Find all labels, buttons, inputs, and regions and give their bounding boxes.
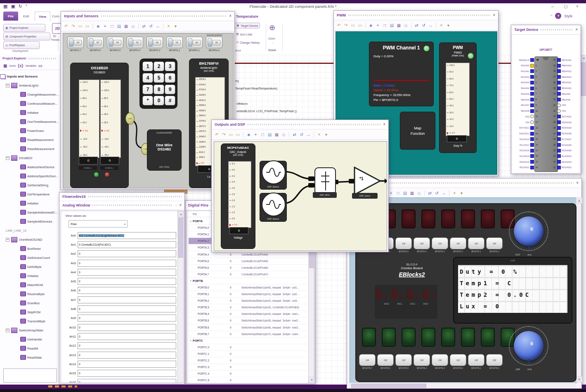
panel-toolbar-icon[interactable]: ◇: [403, 23, 409, 28]
tree-item[interactable]: TransmitByte: [0, 317, 60, 326]
panel-toolbar-icon[interactable]: ◇: [416, 190, 422, 196]
keypad-key[interactable]: 0: [154, 96, 164, 106]
analog-value-input[interactable]: 826 ComboBL0114(LightSensor ADC): [78, 232, 176, 239]
off-button[interactable]: Off: [377, 354, 394, 366]
switch-off-button[interactable]: Off: [133, 40, 141, 45]
digital-pin-row[interactable]: ▾ PORTB: [189, 278, 307, 284]
tree-item[interactable]: ChangeMeasuremen...: [0, 90, 60, 99]
off-button[interactable]: Off: [359, 354, 376, 366]
panel-toolbar-icon[interactable]: ↔: [306, 132, 311, 137]
digital-pin-row[interactable]: PORTB.0 0 SwitchArraySlider1(pin0), keyp…: [189, 284, 307, 291]
tree-item[interactable]: AmbientLight1: [0, 81, 60, 90]
board-horizontal-scrollbar[interactable]: [350, 383, 576, 388]
panel-toolbar-icon[interactable]: ↶: [336, 23, 342, 28]
dsp-gain-block[interactable]: [354, 167, 382, 195]
port-switch[interactable]: Off $PORTA.2: [450, 237, 466, 253]
panel-toolbar-icon[interactable]: ↔: [428, 23, 433, 28]
find-replace-button[interactable]: ◎ Find/Replace: [3, 41, 40, 49]
digital-pin-row[interactable]: PORTB.6 0 SwitchArraySlider1(pin6), keyp…: [189, 324, 307, 331]
keypad-key[interactable]: 3: [165, 61, 175, 71]
analog-value-input[interactable]: 0: [78, 250, 176, 257]
group-expand-icon[interactable]: ▾: [189, 339, 193, 342]
off-button[interactable]: Off: [468, 237, 484, 249]
tree-item[interactable]: MatchROM: [0, 280, 60, 289]
keypad-key[interactable]: #: [165, 96, 175, 106]
panel-toolbar-icon[interactable]: ↺: [434, 190, 440, 196]
tree-item[interactable]: SwitchArraySlider: [0, 326, 60, 335]
switch-off-button[interactable]: Off: [173, 40, 181, 45]
panel-toolbar-icon[interactable]: +: [388, 190, 394, 196]
port-switch[interactable]: Off $PORTA.5: [396, 237, 411, 253]
panel-toolbar-icon[interactable]: ▭: [350, 23, 356, 28]
analog-value-input[interactable]: 0: [78, 352, 176, 359]
scroll-down-icon[interactable]: ▼: [576, 376, 582, 383]
tree-item[interactable]: ReadState: [0, 353, 60, 362]
tree-item[interactable]: Initialise: [0, 108, 60, 117]
analog-value-input[interactable]: 0: [78, 315, 176, 322]
keypad-key[interactable]: 5: [154, 73, 164, 83]
input-switch[interactable]: Off $PORTA.3: [146, 37, 163, 52]
scrollbar-thumb[interactable]: [178, 218, 184, 258]
digital-pin-row[interactable]: PORTA.7 0 ComboBL0114(PinA7): [189, 271, 307, 278]
port-switch[interactable]: Off $PORTB.4: [414, 354, 430, 369]
switch-off-button[interactable]: Off: [94, 40, 102, 45]
tree-item[interactable]: ContinuousMeasure...: [0, 99, 60, 108]
panel-toolbar-icon[interactable]: ▤: [116, 23, 122, 29]
keypad-key[interactable]: 7: [142, 85, 153, 94]
analog-value-input[interactable]: 0: [78, 370, 176, 377]
digital-pin-row[interactable]: PORTC.0 0: [189, 344, 307, 351]
panel-toolbar-icon[interactable]: ▾: [173, 23, 178, 29]
input-switch[interactable]: Off $PORTA.5: [107, 37, 123, 52]
off-button[interactable]: Off: [450, 237, 466, 249]
expander-icon[interactable]: [6, 329, 9, 332]
port-switch[interactable]: Off $PORTA.0: [487, 237, 502, 253]
off-button[interactable]: Off: [486, 237, 503, 249]
close-icon[interactable]: ×: [383, 122, 385, 127]
panel-toolbar-icon[interactable]: ↷: [221, 132, 227, 137]
save-icon[interactable]: ▣: [11, 4, 15, 9]
panel-toolbar-icon[interactable]: ■: [246, 132, 251, 137]
tree-item[interactable]: GetDeviceCount: [0, 253, 60, 262]
panel-toolbar-icon[interactable]: ▦: [123, 23, 129, 29]
switch-off-button[interactable]: Off: [74, 40, 82, 45]
pwm2-duty-slider[interactable]: 100.0 90.0 80.0 70.0 60.0: [446, 63, 470, 136]
digital-pin-row[interactable]: PORTB.2 0 SwitchArraySlider1(pin2), keyp…: [189, 298, 307, 304]
zoom-minus[interactable]: -: [272, 41, 273, 44]
panel-toolbar-icon[interactable]: ▤: [267, 132, 272, 137]
tree-item[interactable]: OneTimeMeasureme...: [0, 117, 60, 126]
analog-value-input[interactable]: 0 ComboBL0114(Pot ADC): [78, 241, 176, 248]
panel-toolbar-icon[interactable]: □: [260, 132, 265, 137]
input-switch[interactable]: Off $PORTA.6: [87, 37, 104, 52]
analog-value-input[interactable]: 0: [78, 287, 176, 294]
analog-scrollbar[interactable]: ▲: [177, 211, 183, 383]
ds18b20-slider-b[interactable]: 125.0 105.0 85.0 65.0 45.0 25.0 5.0 -15: [100, 80, 121, 158]
undo-icon[interactable]: ↻: [19, 4, 22, 9]
off-button[interactable]: Off: [414, 237, 430, 249]
tree-item[interactable]: AddressNextDevice: [0, 162, 60, 171]
panel-toolbar-icon[interactable]: ↔: [155, 23, 161, 29]
view-mode-dropdown[interactable]: Raw ▾: [69, 220, 128, 228]
panel-toolbar-icon[interactable]: +: [102, 23, 108, 29]
off-button[interactable]: Off: [395, 237, 412, 249]
port-switch[interactable]: Off $PORTA.4: [414, 237, 430, 253]
tab-view[interactable]: View: [35, 12, 50, 21]
keypad-key[interactable]: 2: [154, 61, 164, 71]
variables-label[interactable]: Variables: [25, 64, 36, 67]
panel-toolbar-icon[interactable]: ▭: [357, 23, 363, 28]
scrollbar-thumb[interactable]: [581, 62, 586, 96]
digital-pin-row[interactable]: PORTB.4 0 SwitchArraySlider1(pin4), keyp…: [189, 311, 307, 317]
digital-pin-row[interactable]: PORTA.6 0 ComboBL0114(PinA6): [189, 265, 307, 271]
expander-icon[interactable]: [6, 156, 9, 160]
keypad-key[interactable]: 9: [165, 85, 175, 94]
input-switch[interactable]: Off $PORTA.0: [206, 37, 222, 52]
close-icon[interactable]: ×: [179, 203, 182, 207]
analog-value-input[interactable]: 0: [78, 361, 176, 368]
digital-pin-row[interactable]: PORTC.2 0: [189, 357, 307, 364]
pot-knob[interactable]: [509, 211, 548, 251]
switch-off-button[interactable]: Off: [113, 40, 121, 45]
tree-item[interactable]: SkipROM: [0, 307, 60, 317]
switch-off-button[interactable]: Off: [193, 40, 201, 45]
off-button[interactable]: Off: [486, 354, 503, 366]
off-button[interactable]: Off: [450, 354, 466, 366]
panel-toolbar-icon[interactable]: ■: [368, 23, 373, 28]
